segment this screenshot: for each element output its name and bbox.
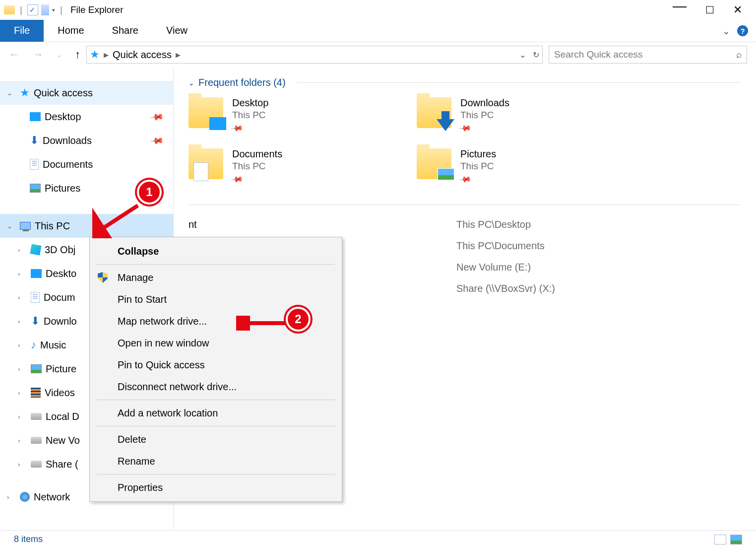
quick-access-pin-icon: ★ — [90, 48, 100, 61]
properties-qat-icon[interactable]: ✓ — [27, 4, 38, 15]
separator: | — [20, 4, 22, 15]
folder-icon[interactable] — [4, 5, 15, 14]
folder-icon — [189, 148, 223, 179]
divider — [97, 474, 335, 475]
ctx-add-network-location[interactable]: Add a network location — [90, 402, 342, 424]
divider — [97, 264, 335, 265]
tab-file[interactable]: File — [0, 20, 44, 42]
chevron-right-icon[interactable]: › — [18, 365, 27, 373]
ctx-delete[interactable]: Delete — [90, 428, 342, 450]
folder-location: This PC — [232, 161, 282, 172]
sidebar-label: Desktop — [45, 111, 81, 123]
nav-up-icon[interactable]: ↑ — [75, 48, 80, 61]
chevron-down-icon[interactable]: ⌄ — [7, 89, 16, 97]
address-bar[interactable]: ★ ▶ Quick access ▶ ⌄ ↻ — [86, 46, 543, 64]
chevron-right-icon[interactable]: › — [18, 437, 27, 444]
chevron-right-icon[interactable]: › — [18, 294, 27, 301]
sidebar-label: New Vo — [46, 435, 80, 446]
ctx-collapse[interactable]: Collapse — [90, 240, 342, 262]
folder-name: Downloads — [460, 97, 509, 109]
sidebar-item-documents[interactable]: Documents — [0, 152, 173, 176]
nav-back-icon[interactable]: ← — [9, 48, 20, 61]
chevron-down-icon[interactable]: ⌄ — [189, 79, 194, 87]
ctx-pin-to-start[interactable]: Pin to Start — [90, 288, 342, 310]
ribbon-collapse-icon[interactable]: ⌄ — [722, 25, 730, 37]
chevron-down-icon[interactable]: ⌄ — [7, 222, 16, 230]
desktop-icon — [31, 269, 42, 278]
ctx-properties[interactable]: Properties — [90, 477, 342, 498]
sidebar-item-desktop[interactable]: Desktop 📌 — [0, 105, 173, 129]
folder-icon — [417, 148, 451, 179]
folder-item-desktop[interactable]: Desktop This PC 📌 — [189, 97, 417, 134]
ctx-manage[interactable]: Manage — [90, 267, 342, 288]
pictures-icon — [30, 184, 41, 193]
folder-item-downloads[interactable]: Downloads This PC 📌 — [417, 97, 645, 134]
tab-view[interactable]: View — [152, 20, 201, 42]
chevron-right-icon[interactable]: › — [7, 493, 16, 501]
close-button[interactable]: ✕ — [733, 3, 742, 16]
sidebar-label: Deskto — [46, 268, 76, 279]
download-icon: ⬇ — [31, 315, 40, 328]
sidebar-label: Network — [34, 491, 70, 503]
refresh-icon[interactable]: ↻ — [533, 50, 539, 60]
chevron-right-icon[interactable]: ▶ — [104, 51, 109, 59]
recent-path: New Volume (E:) — [456, 262, 531, 273]
separator: | — [60, 4, 63, 15]
new-folder-qat-icon[interactable] — [41, 4, 49, 15]
sidebar-label: Docum — [44, 292, 75, 303]
nav-recent-icon[interactable]: ⌄ — [57, 51, 62, 59]
folder-item-pictures[interactable]: Pictures This PC 📌 — [417, 148, 645, 185]
chevron-right-icon[interactable]: › — [18, 318, 27, 325]
help-icon[interactable]: ? — [737, 25, 748, 36]
sidebar-item-downloads[interactable]: ⬇ Downloads 📌 — [0, 129, 173, 152]
tab-home[interactable]: Home — [44, 20, 98, 42]
divider — [97, 400, 335, 400]
chevron-right-icon[interactable]: › — [18, 413, 27, 420]
document-icon — [31, 292, 40, 303]
videos-icon — [31, 388, 41, 398]
folder-icon — [189, 97, 223, 128]
recent-path: Share (\\VBoxSvr) (X:) — [456, 283, 555, 294]
ctx-rename[interactable]: Rename — [90, 450, 342, 472]
section-frequent-folders[interactable]: ⌄ Frequent folders (4) — [189, 77, 741, 88]
pc-icon — [20, 222, 31, 230]
chevron-right-icon[interactable]: › — [18, 246, 27, 254]
sidebar-item-this-pc[interactable]: ⌄ This PC — [0, 214, 173, 238]
ctx-disconnect-drive[interactable]: Disconnect network drive... — [90, 376, 342, 398]
chevron-right-icon[interactable]: › — [18, 342, 27, 349]
address-dropdown-icon[interactable]: ⌄ — [519, 50, 526, 60]
context-menu: Collapse Manage Pin to Start Map network… — [89, 237, 342, 502]
minimize-button[interactable]: — — [673, 0, 687, 14]
maximize-button[interactable]: ☐ — [705, 4, 714, 16]
annotation-arrow-2 — [236, 316, 291, 331]
address-row: ← → ⌄ ↑ ★ ▶ Quick access ▶ ⌄ ↻ Search Qu… — [0, 42, 756, 67]
chevron-right-icon[interactable]: › — [18, 389, 27, 397]
title-bar: | ✓ ▾ | File Explorer — ☐ ✕ — [0, 0, 756, 20]
section-title: Frequent folders (4) — [198, 77, 286, 88]
chevron-right-icon[interactable]: ▶ — [176, 51, 181, 59]
recent-row[interactable]: nt This PC\Desktop — [189, 219, 741, 230]
folder-item-documents[interactable]: Documents This PC 📌 — [189, 148, 417, 185]
details-view-button[interactable] — [714, 535, 726, 545]
divider — [97, 426, 335, 426]
quick-access-toolbar: | ✓ ▾ | — [4, 4, 64, 15]
annotation-marker-1: 1 — [137, 180, 162, 205]
status-item-count: 8 items — [14, 534, 43, 545]
search-placeholder: Search Quick access — [554, 49, 642, 60]
sidebar-label: Downlo — [44, 316, 77, 327]
tab-share[interactable]: Share — [98, 20, 152, 42]
breadcrumb-current[interactable]: Quick access — [113, 49, 172, 61]
ctx-open-new-window[interactable]: Open in new window — [90, 332, 342, 354]
folder-name: Pictures — [460, 148, 496, 160]
ctx-pin-quick-access[interactable]: Pin to Quick access — [90, 354, 342, 376]
sidebar-label: Share ( — [46, 459, 78, 470]
sidebar-item-quick-access[interactable]: ⌄ ★ Quick access — [0, 81, 173, 105]
sidebar-label: Documents — [43, 159, 93, 170]
search-input[interactable]: Search Quick access ⌕ — [549, 46, 747, 64]
nav-forward-icon[interactable]: → — [33, 48, 44, 61]
chevron-right-icon[interactable]: › — [18, 461, 27, 468]
folder-name: Desktop — [232, 97, 268, 109]
qat-dropdown-icon[interactable]: ▾ — [52, 7, 55, 13]
thumbnails-view-button[interactable] — [730, 535, 742, 545]
chevron-right-icon[interactable]: › — [18, 270, 27, 277]
